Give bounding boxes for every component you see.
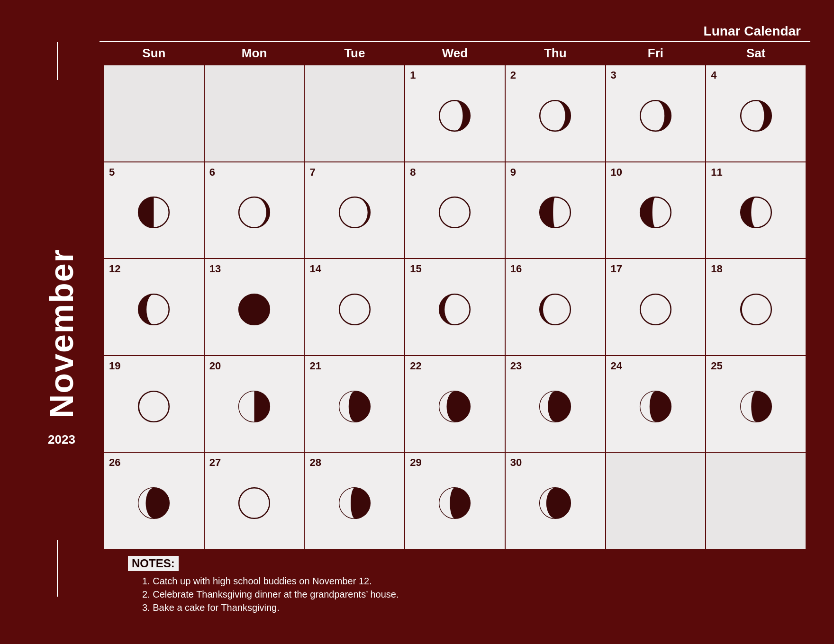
header-sun: Sun — [104, 42, 204, 64]
header-fri: Fri — [606, 42, 706, 64]
note-3: 3. Bake a cake for Thanksgiving. — [142, 602, 796, 613]
note-1: 1. Catch up with high school buddies on … — [142, 576, 796, 587]
header-thu: Thu — [506, 42, 605, 64]
svg-point-7 — [440, 197, 471, 228]
date-30: 30 — [510, 456, 522, 469]
cell-19: 19 — [104, 356, 204, 452]
svg-point-26 — [239, 488, 270, 519]
main-content: November 2023 Sun Mon Tue Wed Thu Fri Sa… — [24, 42, 810, 625]
svg-point-13 — [339, 294, 370, 325]
date-22: 22 — [410, 360, 421, 372]
date-8: 8 — [410, 166, 416, 179]
svg-point-16 — [640, 294, 671, 325]
calendar-grid: 1 2 3 — [104, 65, 806, 549]
cell-14: 14 — [305, 259, 404, 355]
cell-empty-1 — [104, 65, 204, 161]
cell-empty-2 — [205, 65, 304, 161]
cell-24: 24 — [606, 356, 706, 452]
date-25: 25 — [711, 360, 722, 372]
header-wed: Wed — [405, 42, 505, 64]
date-19: 19 — [109, 360, 120, 372]
cell-11: 11 — [706, 162, 806, 259]
cell-17: 17 — [606, 259, 706, 355]
cell-10: 10 — [606, 162, 706, 259]
cell-26: 26 — [104, 453, 204, 549]
date-21: 21 — [309, 360, 321, 372]
date-7: 7 — [309, 166, 315, 179]
date-6: 6 — [209, 166, 215, 179]
cell-27: 27 — [205, 453, 304, 549]
header-tue: Tue — [305, 42, 404, 64]
cell-15: 15 — [405, 259, 505, 355]
header-mon: Mon — [205, 42, 304, 64]
calendar-area: Sun Mon Tue Wed Thu Fri Sat 1 — [100, 42, 810, 625]
cell-empty-4 — [606, 453, 706, 549]
date-18: 18 — [711, 263, 722, 275]
day-headers: Sun Mon Tue Wed Thu Fri Sat — [104, 42, 806, 64]
date-26: 26 — [109, 456, 120, 469]
cell-28: 28 — [305, 453, 404, 549]
cell-9: 9 — [506, 162, 605, 259]
cell-empty-3 — [305, 65, 404, 161]
date-17: 17 — [611, 263, 622, 275]
date-3: 3 — [611, 69, 616, 81]
sidebar-line-top — [57, 42, 58, 80]
date-2: 2 — [510, 69, 516, 81]
page: Lunar Calendar November 2023 Sun Mon Tue… — [24, 19, 810, 625]
cell-7: 7 — [305, 162, 404, 259]
title-bar: Lunar Calendar — [24, 19, 810, 41]
cell-12: 12 — [104, 259, 204, 355]
date-24: 24 — [611, 360, 622, 372]
svg-point-12 — [239, 294, 270, 325]
cell-23: 23 — [506, 356, 605, 452]
cell-18: 18 — [706, 259, 806, 355]
date-23: 23 — [510, 360, 522, 372]
date-14: 14 — [309, 263, 321, 275]
date-13: 13 — [209, 263, 221, 275]
date-1: 1 — [410, 69, 416, 81]
date-9: 9 — [510, 166, 516, 179]
date-12: 12 — [109, 263, 120, 275]
date-10: 10 — [611, 166, 622, 179]
notes-title: NOTES: — [128, 556, 179, 571]
cell-3: 3 — [606, 65, 706, 161]
notes-area: NOTES: 1. Catch up with high school budd… — [104, 549, 806, 620]
date-5: 5 — [109, 166, 115, 179]
sidebar: November 2023 — [24, 42, 100, 625]
cell-empty-5 — [706, 453, 806, 549]
cell-6: 6 — [205, 162, 304, 259]
date-4: 4 — [711, 69, 716, 81]
date-27: 27 — [209, 456, 221, 469]
cell-21: 21 — [305, 356, 404, 452]
date-29: 29 — [410, 456, 421, 469]
sidebar-line-bottom — [57, 540, 58, 597]
notes-list: 1. Catch up with high school buddies on … — [142, 576, 796, 613]
cell-16: 16 — [506, 259, 605, 355]
note-2: 2. Celebrate Thanksgiving dinner at the … — [142, 589, 796, 600]
date-16: 16 — [510, 263, 522, 275]
month-label: November — [43, 249, 81, 418]
calendar-title: Lunar Calendar — [704, 24, 801, 39]
cell-8: 8 — [405, 162, 505, 259]
date-11: 11 — [711, 166, 722, 179]
cell-20: 20 — [205, 356, 304, 452]
cell-22: 22 — [405, 356, 505, 452]
cell-30: 30 — [506, 453, 605, 549]
cell-13: 13 — [205, 259, 304, 355]
cell-25: 25 — [706, 356, 806, 452]
date-28: 28 — [309, 456, 321, 469]
cell-5: 5 — [104, 162, 204, 259]
cell-1: 1 — [405, 65, 505, 161]
header-sat: Sat — [706, 42, 806, 64]
cell-29: 29 — [405, 453, 505, 549]
cell-2: 2 — [506, 65, 605, 161]
cell-4: 4 — [706, 65, 806, 161]
date-15: 15 — [410, 263, 421, 275]
date-20: 20 — [209, 360, 221, 372]
year-label: 2023 — [48, 432, 75, 447]
